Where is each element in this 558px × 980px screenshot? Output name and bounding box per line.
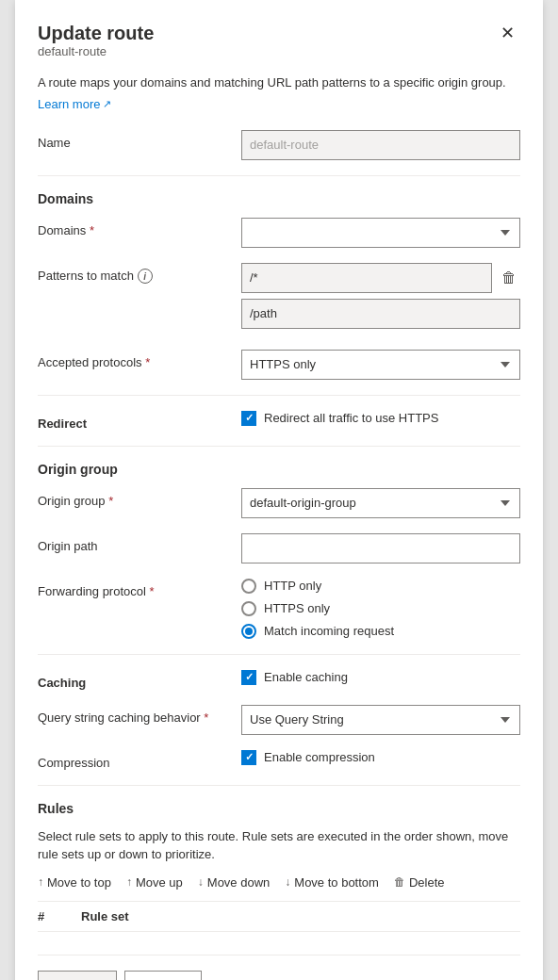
name-input — [241, 130, 520, 160]
enable-caching-label: Enable caching — [264, 670, 348, 684]
move-to-top-icon: ↑ — [38, 875, 43, 889]
radio-match-incoming-label: Match incoming request — [264, 624, 394, 638]
panel-footer: Update Cancel — [38, 955, 520, 981]
query-string-required: * — [204, 710, 208, 725]
caching-label: Caching — [38, 670, 226, 690]
learn-more-link[interactable]: Learn more ↗ — [38, 97, 111, 111]
radio-match-inner — [245, 628, 253, 635]
origin-path-control — [241, 533, 520, 564]
redirect-row: Redirect ✓ Redirect all traffic to use H… — [38, 411, 520, 431]
enable-compression-label: Enable compression — [264, 750, 375, 764]
rules-table: # Rule set — [38, 901, 520, 932]
patterns-info-icon[interactable]: i — [138, 269, 153, 284]
move-up-label: Move up — [136, 875, 183, 890]
enable-compression-checkbox-row: ✓ Enable compression — [241, 750, 520, 765]
origin-group-control: default-origin-group — [241, 488, 520, 518]
domains-select[interactable] — [241, 218, 520, 248]
patterns-row: Patterns to match i 🗑 — [38, 263, 520, 335]
section-divider-origin — [38, 446, 520, 447]
section-divider-caching — [38, 654, 520, 655]
move-to-bottom-icon: ↓ — [285, 875, 290, 889]
domains-required: * — [90, 223, 94, 237]
query-string-select[interactable]: Use Query String Ignore Query String Ign… — [241, 705, 520, 735]
table-header-hash: # — [38, 909, 66, 923]
pattern-input-1[interactable] — [241, 299, 520, 329]
move-to-top-label: Move to top — [47, 875, 111, 890]
redirect-checkbox[interactable]: ✓ — [241, 411, 256, 426]
redirect-checkmark: ✓ — [245, 412, 254, 424]
name-control — [241, 130, 520, 160]
origin-path-input[interactable] — [241, 533, 520, 564]
origin-group-section-header: Origin group — [38, 462, 520, 477]
forwarding-protocol-label: Forwarding protocol * — [38, 579, 226, 598]
panel-description: A route maps your domains and matching U… — [38, 74, 520, 92]
external-link-icon: ↗ — [103, 98, 111, 110]
patterns-area: 🗑 — [241, 263, 520, 335]
move-up-icon: ↑ — [126, 875, 132, 889]
radio-match-incoming[interactable] — [241, 624, 256, 639]
enable-caching-checkbox-row: ✓ Enable caching — [241, 670, 520, 685]
caching-control: ✓ Enable caching — [241, 670, 520, 685]
rules-table-header: # Rule set — [38, 902, 520, 932]
rules-section-header: Rules — [38, 801, 520, 816]
redirect-control: ✓ Redirect all traffic to use HTTPS — [241, 411, 520, 426]
panel-header: Update route default-route ✕ — [38, 23, 520, 70]
radio-http-only[interactable] — [241, 579, 256, 594]
query-string-label: Query string caching behavior * — [38, 705, 226, 725]
origin-group-select[interactable]: default-origin-group — [241, 488, 520, 518]
accepted-protocols-select[interactable]: HTTPS only HTTP only HTTP or HTTPS — [241, 350, 520, 380]
move-down-icon: ↓ — [198, 875, 204, 889]
origin-group-required: * — [108, 494, 113, 508]
name-row: Name — [38, 130, 520, 160]
pattern-input-0[interactable] — [241, 263, 492, 293]
domains-control — [241, 218, 520, 248]
forwarding-protocol-row: Forwarding protocol * HTTP only HTTPS on… — [38, 579, 520, 639]
radio-https-only[interactable] — [241, 601, 256, 616]
redirect-checkbox-label: Redirect all traffic to use HTTPS — [264, 411, 438, 425]
cancel-button[interactable]: Cancel — [124, 971, 202, 981]
move-to-bottom-label: Move to bottom — [294, 875, 379, 890]
update-route-panel: Update route default-route ✕ A route map… — [15, 0, 543, 980]
forwarding-protocol-control: HTTP only HTTPS only Match incoming requ… — [241, 579, 520, 639]
radio-row-https: HTTPS only — [241, 601, 520, 616]
panel-title: Update route — [38, 23, 154, 44]
accepted-protocols-required: * — [145, 355, 150, 369]
accepted-protocols-control: HTTPS only HTTP only HTTP or HTTPS — [241, 350, 520, 380]
close-button[interactable]: ✕ — [495, 23, 520, 43]
delete-rule-button[interactable]: 🗑 Delete — [394, 875, 445, 890]
origin-group-row: Origin group * default-origin-group — [38, 488, 520, 518]
domains-section-header: Domains — [38, 191, 520, 206]
enable-compression-checkmark: ✓ — [245, 751, 254, 763]
move-to-bottom-button[interactable]: ↓ Move to bottom — [285, 875, 379, 890]
patterns-label: Patterns to match i — [38, 263, 226, 285]
move-down-button[interactable]: ↓ Move down — [198, 875, 270, 890]
name-label: Name — [38, 130, 226, 150]
table-header-ruleset: Rule set — [81, 909, 520, 923]
redirect-label: Redirect — [38, 411, 226, 431]
accepted-protocols-label: Accepted protocols * — [38, 350, 226, 369]
header-title-group: Update route default-route — [38, 23, 154, 70]
radio-https-only-label: HTTPS only — [264, 601, 330, 615]
accepted-protocols-row: Accepted protocols * HTTPS only HTTP onl… — [38, 350, 520, 380]
query-string-row: Query string caching behavior * Use Quer… — [38, 705, 520, 735]
query-string-control: Use Query String Ignore Query String Ign… — [241, 705, 520, 735]
move-down-label: Move down — [207, 875, 270, 890]
enable-caching-checkbox[interactable]: ✓ — [241, 670, 256, 685]
move-up-button[interactable]: ↑ Move up — [126, 875, 183, 890]
redirect-checkbox-row: ✓ Redirect all traffic to use HTTPS — [241, 411, 520, 426]
pattern-row-1 — [241, 299, 520, 329]
enable-compression-checkbox[interactable]: ✓ — [241, 750, 256, 765]
radio-row-match: Match incoming request — [241, 624, 520, 639]
delete-pattern-0-button[interactable]: 🗑 — [498, 266, 520, 290]
section-divider-domains — [38, 175, 520, 176]
update-button[interactable]: Update — [38, 971, 117, 981]
origin-path-label: Origin path — [38, 533, 226, 553]
radio-row-http: HTTP only — [241, 579, 520, 594]
compression-row: Compression ✓ Enable compression — [38, 750, 520, 770]
rules-description: Select rule sets to apply to this route.… — [38, 827, 520, 864]
section-divider-rules — [38, 785, 520, 786]
compression-label: Compression — [38, 750, 226, 770]
domains-row: Domains * — [38, 218, 520, 248]
origin-group-label: Origin group * — [38, 488, 226, 508]
move-to-top-button[interactable]: ↑ Move to top — [38, 875, 111, 890]
